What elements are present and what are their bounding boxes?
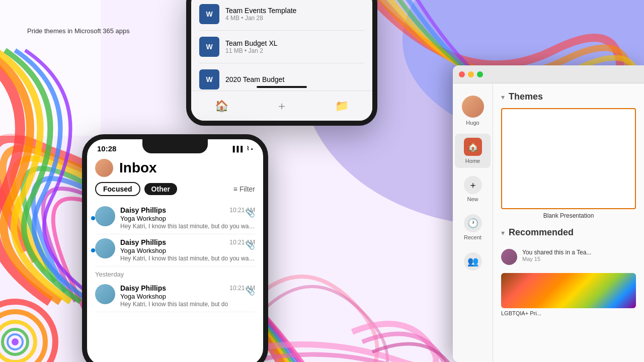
home-icon: 🏠 [464,138,482,156]
user-avatar [95,159,113,177]
sidebar-label-recent: Recent [464,234,481,240]
word-icon-1: W [199,4,219,24]
email-preview-2: Hey Katri, I know this last minute, but … [120,255,255,262]
file-name-2: Team Budget XL [225,39,278,47]
unread-dot-2 [91,248,95,252]
new-icon: ＋ [464,176,482,194]
file-name-3: 2020 Team Budget [225,75,284,83]
blank-presentation-thumbnail[interactable] [501,108,636,209]
file-info-1: Team Events Template 4 MB • Jan 28 [225,7,296,22]
mac-body: Hugo 🏠 Home ＋ New 🕐 Recent 👥 ▾ T [453,83,644,362]
word-tab-folder[interactable]: 📁 [335,100,349,113]
caption-text: Pride themes in Microsoft 365 apps [27,27,130,35]
email-subject-3: Yoga Workshop [120,293,255,300]
recommended-section-title: Recommended [509,227,574,238]
email-avatar-2 [95,238,115,258]
sidebar-item-hugo[interactable]: Hugo [453,92,493,130]
minimize-button[interactable] [468,71,474,77]
blank-presentation-label: Blank Presentation [501,212,636,219]
email-sender-1: Daisy Phillips [120,206,166,214]
inbox-title: Inbox [119,160,157,176]
filter-icon: ≡ [233,185,237,193]
powerpoint-window: Hugo 🏠 Home ＋ New 🕐 Recent 👥 ▾ T [453,65,644,362]
tab-other[interactable]: Other [144,183,177,195]
email-sender-3: Daisy Phillips [120,284,166,292]
signal-icon: ▌▌▌ [233,146,245,152]
sidebar-label-new: New [467,196,478,202]
email-item-3[interactable]: Daisy Phillips 10:21 AM Yoga Workshop He… [95,280,255,312]
recent-icon: 🕐 [464,214,482,232]
email-body-3: Daisy Phillips 10:21 AM Yoga Workshop He… [120,284,255,308]
file-meta-1: 4 MB • Jan 28 [225,15,296,22]
svg-point-8 [12,338,19,345]
word-tab-add[interactable]: ＋ [276,99,287,114]
file-item-1[interactable]: W Team Events Template 4 MB • Jan 28 [199,0,364,31]
people-icon: 👥 [464,252,482,270]
recommended-section-header: ▾ Recommended [501,227,636,238]
email-avatar-3 [95,284,115,304]
unread-dot-1 [91,216,95,220]
word-icon-3: W [199,69,219,89]
yesterday-label: Yesterday [95,266,255,280]
attachment-icon-2: 📎 [245,240,255,250]
sidebar-item-new[interactable]: ＋ New [453,172,493,206]
email-subject-2: Yoga Workshop [120,247,255,254]
email-sender-2: Daisy Phillips [120,238,166,246]
word-icon-2: W [199,37,219,57]
phone-time: 10:28 [97,144,116,153]
word-tab-home[interactable]: 🏠 [215,100,228,113]
filter-label: Filter [239,185,255,193]
sidebar-label-home: Home [465,158,480,164]
email-subject-1: Yoga Workshop [120,215,255,222]
recommended-avatar-1 [501,249,517,265]
word-home-bar [257,86,307,88]
maximize-button[interactable] [477,71,483,77]
email-item-2[interactable]: Daisy Phillips 10:21 AM Yoga Workshop He… [95,234,255,266]
themes-chevron-icon[interactable]: ▾ [501,93,505,101]
file-info-2: Team Budget XL 11 MB • Jan 2 [225,39,278,54]
email-item-1[interactable]: Daisy Phillips 10:21 AM Yoga Workshop He… [95,202,255,234]
word-phone: W Team Events Template 4 MB • Jan 28 W T… [186,0,377,126]
email-preview-3: Hey Katri, I know this last minute, but … [120,301,255,308]
inbox-header: Inbox [95,159,255,177]
wifi-icon: ⌇ [247,145,249,152]
themes-section-header: ▾ Themes [501,92,636,102]
inbox-tabs: Focused Other ≡ Filter [95,182,255,196]
email-body-1: Daisy Phillips 10:21 AM Yoga Workshop He… [120,206,255,230]
email-preview-1: Hey Katri, I know this last minute, but … [120,223,255,230]
attachment-icon-3: 📎 [245,286,255,296]
sidebar-label-hugo: Hugo [466,120,479,126]
mac-sidebar: Hugo 🏠 Home ＋ New 🕐 Recent 👥 [453,83,493,362]
filter-button[interactable]: ≡ Filter [233,185,255,193]
phone-notch [142,139,208,153]
file-info-3: 2020 Team Budget [225,75,284,83]
recommended-chevron-icon[interactable]: ▾ [501,229,505,237]
sidebar-item-recent[interactable]: 🕐 Recent [453,210,493,244]
sidebar-item-people[interactable]: 👥 [453,248,493,275]
mac-main-content: ▾ Themes Blank Presentation ▾ Recommende… [493,83,644,362]
recommended-item-1[interactable]: You shared this in a Tea... May 15 [501,244,636,270]
battery-icon: ▪ [251,146,253,152]
close-button[interactable] [459,71,465,77]
word-tab-bar: 🏠 ＋ 📁 [191,90,372,121]
inbox-content: Inbox Focused Other ≡ Filter Daisy Phill… [87,155,263,312]
attachment-icon-1: 📎 [245,208,255,218]
email-avatar-1 [95,206,115,226]
user-avatar-sidebar [462,96,484,118]
file-name-1: Team Events Template [225,7,296,15]
outlook-phone: 10:28 ▌▌▌ ⌇ ▪ Inbox Focused Other ≡ Filt… [82,134,268,362]
lgbtq-label: LGBTQIA+ Pri... [501,310,636,316]
file-item-2[interactable]: W Team Budget XL 11 MB • Jan 2 [199,31,364,63]
file-meta-2: 11 MB • Jan 2 [225,47,278,54]
themes-section-title: Themes [509,92,543,102]
email-body-2: Daisy Phillips 10:21 AM Yoga Workshop He… [120,238,255,262]
mac-titlebar [453,65,644,83]
lgbtq-thumbnail[interactable] [501,273,636,308]
sidebar-item-home[interactable]: 🏠 Home [455,134,491,168]
recommended-text-1: You shared this in a Tea... May 15 [522,249,591,262]
word-file-list: W Team Events Template 4 MB • Jan 28 W T… [191,0,372,104]
phone-signal-icons: ▌▌▌ ⌇ ▪ [233,145,253,152]
tab-focused[interactable]: Focused [95,182,140,196]
